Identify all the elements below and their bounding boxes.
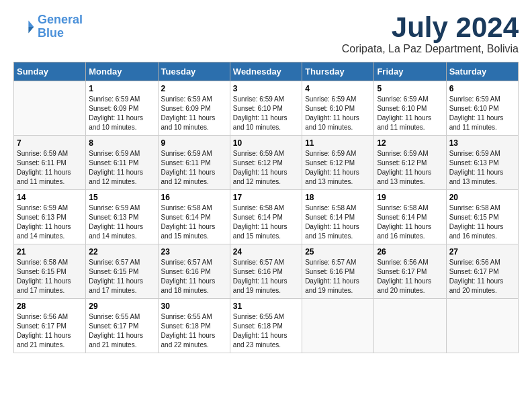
calendar-cell: 8Sunrise: 6:59 AM Sunset: 6:11 PM Daylig…	[86, 136, 158, 190]
calendar-cell: 10Sunrise: 6:59 AM Sunset: 6:12 PM Dayli…	[230, 136, 302, 190]
day-number: 4	[305, 84, 371, 93]
day-number: 31	[233, 302, 299, 311]
calendar-cell: 13Sunrise: 6:59 AM Sunset: 6:13 PM Dayli…	[446, 136, 518, 190]
weekday-header-monday: Monday	[86, 62, 158, 81]
day-info: Sunrise: 6:57 AM Sunset: 6:15 PM Dayligh…	[89, 258, 154, 295]
calendar-cell: 7Sunrise: 6:59 AM Sunset: 6:11 PM Daylig…	[14, 136, 86, 190]
day-number: 12	[377, 138, 443, 148]
calendar-cell: 9Sunrise: 6:59 AM Sunset: 6:11 PM Daylig…	[158, 136, 230, 190]
day-info: Sunrise: 6:57 AM Sunset: 6:16 PM Dayligh…	[161, 258, 227, 295]
calendar-week-row: 28Sunrise: 6:56 AM Sunset: 6:17 PM Dayli…	[14, 299, 519, 353]
calendar-cell: 2Sunrise: 6:59 AM Sunset: 6:09 PM Daylig…	[158, 81, 230, 136]
day-info: Sunrise: 6:59 AM Sunset: 6:12 PM Dayligh…	[305, 149, 371, 187]
calendar-cell: 24Sunrise: 6:57 AM Sunset: 6:16 PM Dayli…	[230, 244, 302, 299]
day-number: 14	[17, 193, 83, 202]
day-info: Sunrise: 6:59 AM Sunset: 6:11 PM Dayligh…	[89, 149, 154, 187]
calendar-cell: 27Sunrise: 6:56 AM Sunset: 6:17 PM Dayli…	[446, 244, 518, 299]
svg-marker-0	[28, 20, 34, 27]
day-info: Sunrise: 6:59 AM Sunset: 6:11 PM Dayligh…	[17, 149, 83, 187]
calendar-cell: 14Sunrise: 6:59 AM Sunset: 6:13 PM Dayli…	[14, 190, 86, 244]
day-number: 28	[17, 302, 83, 311]
day-number: 29	[89, 302, 154, 311]
weekday-header-tuesday: Tuesday	[158, 62, 230, 81]
day-info: Sunrise: 6:58 AM Sunset: 6:14 PM Dayligh…	[161, 203, 227, 241]
day-number: 15	[89, 193, 154, 202]
day-number: 17	[233, 193, 299, 202]
logo-icon	[13, 16, 35, 38]
day-info: Sunrise: 6:59 AM Sunset: 6:13 PM Dayligh…	[89, 203, 154, 241]
day-info: Sunrise: 6:59 AM Sunset: 6:09 PM Dayligh…	[161, 95, 227, 132]
day-number: 30	[161, 302, 227, 311]
day-info: Sunrise: 6:59 AM Sunset: 6:10 PM Dayligh…	[449, 95, 515, 132]
day-number: 26	[377, 247, 443, 257]
day-number: 13	[449, 138, 515, 148]
calendar-week-row: 1Sunrise: 6:59 AM Sunset: 6:09 PM Daylig…	[14, 81, 519, 136]
calendar-cell: 20Sunrise: 6:58 AM Sunset: 6:15 PM Dayli…	[446, 190, 518, 244]
day-info: Sunrise: 6:58 AM Sunset: 6:14 PM Dayligh…	[305, 203, 371, 241]
calendar-week-row: 7Sunrise: 6:59 AM Sunset: 6:11 PM Daylig…	[14, 136, 519, 190]
day-number: 23	[161, 247, 227, 257]
day-number: 21	[17, 247, 83, 257]
calendar-cell: 16Sunrise: 6:58 AM Sunset: 6:14 PM Dayli…	[158, 190, 230, 244]
logo: General Blue	[13, 13, 83, 40]
day-info: Sunrise: 6:59 AM Sunset: 6:12 PM Dayligh…	[377, 149, 443, 187]
day-info: Sunrise: 6:58 AM Sunset: 6:14 PM Dayligh…	[233, 203, 299, 241]
calendar-cell: 29Sunrise: 6:55 AM Sunset: 6:17 PM Dayli…	[86, 299, 158, 353]
day-info: Sunrise: 6:55 AM Sunset: 6:17 PM Dayligh…	[89, 312, 154, 350]
title-block: July 2024 Coripata, La Paz Department, B…	[342, 13, 519, 55]
calendar-cell: 6Sunrise: 6:59 AM Sunset: 6:10 PM Daylig…	[446, 81, 518, 136]
calendar-cell: 1Sunrise: 6:59 AM Sunset: 6:09 PM Daylig…	[86, 81, 158, 136]
calendar-cell: 15Sunrise: 6:59 AM Sunset: 6:13 PM Dayli…	[86, 190, 158, 244]
day-number: 10	[233, 138, 299, 148]
day-info: Sunrise: 6:59 AM Sunset: 6:13 PM Dayligh…	[17, 203, 83, 241]
day-info: Sunrise: 6:59 AM Sunset: 6:10 PM Dayligh…	[305, 95, 371, 132]
calendar-cell	[14, 81, 86, 136]
day-info: Sunrise: 6:58 AM Sunset: 6:14 PM Dayligh…	[377, 203, 443, 241]
calendar-cell	[302, 299, 374, 353]
weekday-header-wednesday: Wednesday	[230, 62, 302, 81]
day-number: 20	[449, 193, 515, 202]
weekday-header-saturday: Saturday	[446, 62, 518, 81]
weekday-header-thursday: Thursday	[302, 62, 374, 81]
calendar-cell: 22Sunrise: 6:57 AM Sunset: 6:15 PM Dayli…	[86, 244, 158, 299]
calendar-cell	[446, 299, 518, 353]
day-info: Sunrise: 6:56 AM Sunset: 6:17 PM Dayligh…	[377, 258, 443, 295]
calendar-cell: 26Sunrise: 6:56 AM Sunset: 6:17 PM Dayli…	[374, 244, 446, 299]
day-info: Sunrise: 6:59 AM Sunset: 6:09 PM Dayligh…	[89, 95, 154, 132]
weekday-header-row: SundayMondayTuesdayWednesdayThursdayFrid…	[14, 62, 519, 81]
calendar-cell: 25Sunrise: 6:57 AM Sunset: 6:16 PM Dayli…	[302, 244, 374, 299]
calendar-cell: 5Sunrise: 6:59 AM Sunset: 6:10 PM Daylig…	[374, 81, 446, 136]
weekday-header-sunday: Sunday	[14, 62, 86, 81]
day-info: Sunrise: 6:59 AM Sunset: 6:11 PM Dayligh…	[161, 149, 227, 187]
calendar-cell: 3Sunrise: 6:59 AM Sunset: 6:10 PM Daylig…	[230, 81, 302, 136]
day-number: 19	[377, 193, 443, 202]
calendar-cell: 17Sunrise: 6:58 AM Sunset: 6:14 PM Dayli…	[230, 190, 302, 244]
day-number: 16	[161, 193, 227, 202]
day-number: 25	[305, 247, 371, 257]
day-number: 7	[17, 138, 83, 148]
svg-marker-1	[28, 27, 34, 34]
day-info: Sunrise: 6:59 AM Sunset: 6:10 PM Dayligh…	[233, 95, 299, 132]
calendar-cell: 21Sunrise: 6:58 AM Sunset: 6:15 PM Dayli…	[14, 244, 86, 299]
calendar-cell: 28Sunrise: 6:56 AM Sunset: 6:17 PM Dayli…	[14, 299, 86, 353]
day-number: 11	[305, 138, 371, 148]
calendar-cell: 11Sunrise: 6:59 AM Sunset: 6:12 PM Dayli…	[302, 136, 374, 190]
day-info: Sunrise: 6:57 AM Sunset: 6:16 PM Dayligh…	[233, 258, 299, 295]
logo-text: General Blue	[38, 13, 83, 40]
day-info: Sunrise: 6:56 AM Sunset: 6:17 PM Dayligh…	[449, 258, 515, 295]
calendar-cell	[374, 299, 446, 353]
day-info: Sunrise: 6:59 AM Sunset: 6:12 PM Dayligh…	[233, 149, 299, 187]
day-number: 1	[89, 84, 154, 93]
day-number: 9	[161, 138, 227, 148]
month-title: July 2024	[342, 13, 519, 42]
day-number: 22	[89, 247, 154, 257]
day-info: Sunrise: 6:55 AM Sunset: 6:18 PM Dayligh…	[233, 312, 299, 350]
day-number: 27	[449, 247, 515, 257]
calendar-cell: 18Sunrise: 6:58 AM Sunset: 6:14 PM Dayli…	[302, 190, 374, 244]
subtitle: Coripata, La Paz Department, Bolivia	[342, 43, 519, 55]
calendar-cell: 23Sunrise: 6:57 AM Sunset: 6:16 PM Dayli…	[158, 244, 230, 299]
calendar-week-row: 14Sunrise: 6:59 AM Sunset: 6:13 PM Dayli…	[14, 190, 519, 244]
header: General Blue July 2024 Coripata, La Paz …	[13, 13, 519, 55]
day-info: Sunrise: 6:58 AM Sunset: 6:15 PM Dayligh…	[449, 203, 515, 241]
day-number: 18	[305, 193, 371, 202]
